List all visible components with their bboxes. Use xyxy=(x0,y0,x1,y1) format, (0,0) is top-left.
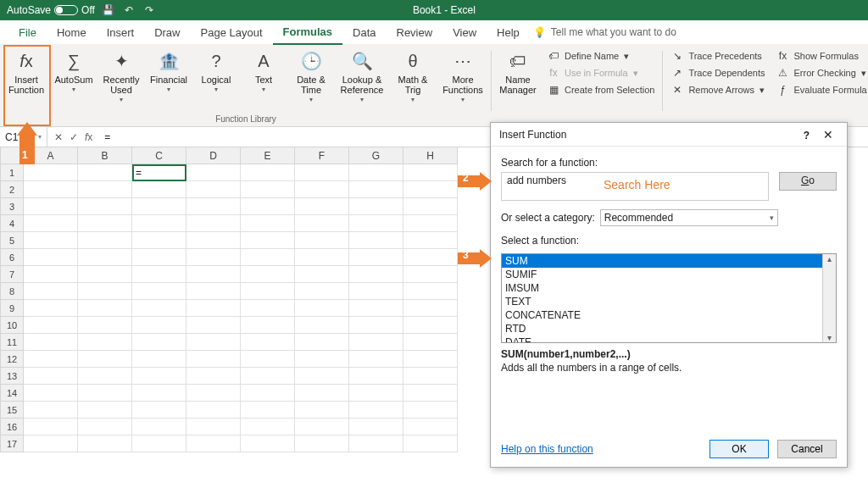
row-header[interactable]: 14 xyxy=(0,385,24,402)
cell[interactable] xyxy=(132,300,186,317)
col-header[interactable]: D xyxy=(186,147,241,164)
cell[interactable] xyxy=(186,300,241,317)
show-formulas-button[interactable]: fxShow Formulas xyxy=(773,49,868,63)
autosum-button[interactable]: ∑ AutoSum ▾ xyxy=(53,46,95,97)
cell[interactable] xyxy=(349,232,403,249)
row-header[interactable]: 11 xyxy=(0,334,24,351)
cell[interactable] xyxy=(403,385,458,402)
cell[interactable] xyxy=(241,368,295,385)
cell[interactable] xyxy=(24,351,78,368)
row-header[interactable]: 16 xyxy=(0,419,24,435)
cell[interactable] xyxy=(132,385,186,402)
cell[interactable] xyxy=(78,232,132,249)
row-header[interactable]: 8 xyxy=(0,283,24,300)
cell[interactable] xyxy=(295,300,349,317)
tab-home[interactable]: Home xyxy=(47,21,97,44)
cell[interactable] xyxy=(24,283,78,300)
cell[interactable] xyxy=(403,435,458,452)
name-manager-button[interactable]: 🏷 Name Manager xyxy=(497,46,539,98)
cell[interactable] xyxy=(78,198,132,215)
cell[interactable] xyxy=(295,181,349,198)
row-header[interactable]: 6 xyxy=(0,249,24,266)
cell[interactable] xyxy=(403,198,458,215)
cell[interactable] xyxy=(349,385,403,402)
cell[interactable] xyxy=(186,181,241,198)
col-header[interactable]: B xyxy=(78,147,132,164)
tab-formulas[interactable]: Formulas xyxy=(273,20,343,45)
cell[interactable] xyxy=(186,198,241,215)
cell[interactable] xyxy=(78,249,132,266)
cell[interactable] xyxy=(24,249,78,266)
cell[interactable] xyxy=(403,249,458,266)
cell[interactable] xyxy=(186,249,241,266)
go-button[interactable]: Go xyxy=(779,172,837,191)
cell[interactable] xyxy=(132,435,186,452)
cell[interactable] xyxy=(186,385,241,402)
cell[interactable] xyxy=(24,164,78,181)
list-item[interactable]: IMSUM xyxy=(502,281,836,295)
row-header[interactable]: 1 xyxy=(0,164,24,181)
cell[interactable] xyxy=(132,232,186,249)
trace-precedents-button[interactable]: ↘Trace Precedents xyxy=(668,49,768,63)
tab-data[interactable]: Data xyxy=(342,21,386,44)
define-name-button[interactable]: 🏷Define Name ▾ xyxy=(544,49,658,63)
cell[interactable] xyxy=(186,368,241,385)
trace-dependents-button[interactable]: ↗Trace Dependents xyxy=(668,66,768,80)
help-icon[interactable]: ? xyxy=(804,130,810,141)
cell[interactable] xyxy=(403,266,458,283)
cell[interactable] xyxy=(295,385,349,402)
cell[interactable] xyxy=(241,232,295,249)
undo-icon[interactable]: ↶ xyxy=(122,3,136,17)
dialog-titlebar[interactable]: Insert Function ?✕ xyxy=(491,123,847,147)
cell[interactable] xyxy=(295,435,349,452)
cell[interactable] xyxy=(78,385,132,402)
cell[interactable] xyxy=(241,181,295,198)
autosave-toggle[interactable]: AutoSave Off xyxy=(7,4,95,16)
cell[interactable] xyxy=(24,385,78,402)
cell[interactable] xyxy=(403,283,458,300)
cell[interactable] xyxy=(349,283,403,300)
scrollbar[interactable]: ▴▾ xyxy=(822,254,836,342)
list-item[interactable]: DATE xyxy=(502,336,836,343)
cell[interactable] xyxy=(295,198,349,215)
cell[interactable] xyxy=(186,164,241,181)
cell[interactable] xyxy=(186,232,241,249)
list-item[interactable]: SUMIF xyxy=(502,268,836,281)
cell[interactable] xyxy=(24,300,78,317)
cell[interactable] xyxy=(186,351,241,368)
enter-icon[interactable]: ✓ xyxy=(70,131,78,143)
cell[interactable] xyxy=(241,419,295,435)
more-functions-button[interactable]: ⋯ More Functions ▾ xyxy=(439,46,487,108)
logical-button[interactable]: ? Logical ▾ xyxy=(195,46,237,97)
cell[interactable] xyxy=(78,402,132,419)
cell[interactable] xyxy=(349,368,403,385)
cell[interactable] xyxy=(349,198,403,215)
cancel-button[interactable]: Cancel xyxy=(777,440,837,458)
cell[interactable] xyxy=(349,249,403,266)
cell[interactable] xyxy=(78,351,132,368)
cell[interactable] xyxy=(349,334,403,351)
cell[interactable] xyxy=(349,164,403,181)
row-header[interactable]: 9 xyxy=(0,300,24,317)
cell[interactable] xyxy=(24,419,78,435)
cell[interactable] xyxy=(295,402,349,419)
cell[interactable] xyxy=(241,300,295,317)
cell[interactable] xyxy=(186,266,241,283)
cell[interactable] xyxy=(349,435,403,452)
cell[interactable] xyxy=(132,215,186,232)
cell[interactable] xyxy=(349,317,403,334)
cell[interactable] xyxy=(24,435,78,452)
error-checking-button[interactable]: ⚠Error Checking ▾ xyxy=(773,66,868,80)
cell[interactable] xyxy=(295,164,349,181)
redo-icon[interactable]: ↷ xyxy=(142,3,156,17)
cell[interactable] xyxy=(241,334,295,351)
date-time-button[interactable]: 🕒 Date & Time ▾ xyxy=(290,46,332,108)
cell[interactable] xyxy=(132,181,186,198)
close-icon[interactable]: ✕ xyxy=(818,126,838,143)
row-header[interactable]: 4 xyxy=(0,215,24,232)
cell[interactable] xyxy=(295,368,349,385)
cell[interactable] xyxy=(349,215,403,232)
cell[interactable] xyxy=(295,419,349,435)
cell[interactable] xyxy=(295,266,349,283)
cell[interactable] xyxy=(241,435,295,452)
